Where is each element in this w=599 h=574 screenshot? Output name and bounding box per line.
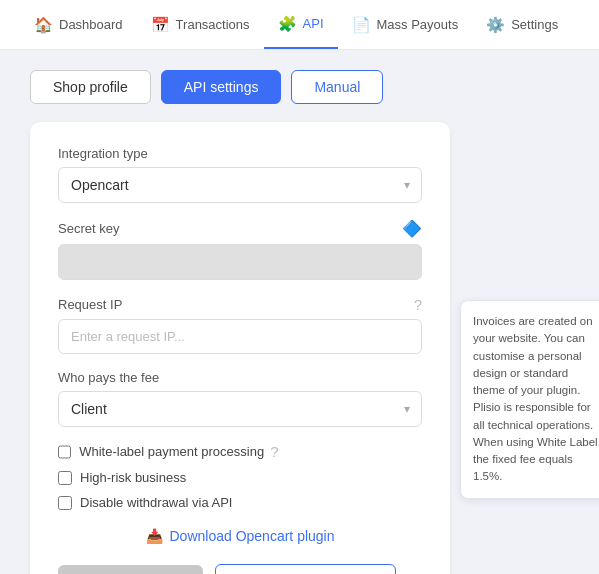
page-content: Shop profile API settings Manual Integra… xyxy=(0,50,599,574)
checkbox-white-label[interactable] xyxy=(58,445,71,459)
integration-type-select[interactable]: Opencart xyxy=(58,167,422,203)
who-pays-label: Who pays the fee xyxy=(58,370,422,385)
checkbox-disable-withdrawal-text: Disable withdrawal via API xyxy=(80,495,232,510)
calendar-icon: 📅 xyxy=(151,16,170,34)
home-icon: 🏠 xyxy=(34,16,53,34)
gear-icon: ⚙️ xyxy=(486,16,505,34)
secret-key-group: Secret key 🔷 xyxy=(58,219,422,280)
secret-key-label: Secret key xyxy=(58,221,119,236)
nav-mass-payouts[interactable]: 📄 Mass Payouts xyxy=(338,0,473,49)
top-navigation: 🏠 Dashboard 📅 Transactions 🧩 API 📄 Mass … xyxy=(0,0,599,50)
who-pays-group: Who pays the fee Client ▾ xyxy=(58,370,422,427)
download-plugin-link[interactable]: 📥 Download Opencart plugin xyxy=(58,528,422,544)
tooltip-box: Invoices are created on your website. Yo… xyxy=(460,300,599,499)
document-icon: 📄 xyxy=(352,16,371,34)
checkbox-disable-withdrawal-row: Disable withdrawal via API xyxy=(58,495,422,510)
who-pays-select-wrapper: Client ▾ xyxy=(58,391,422,427)
nav-transactions[interactable]: 📅 Transactions xyxy=(137,0,264,49)
checkbox-disable-withdrawal[interactable] xyxy=(58,496,72,510)
puzzle-icon: 🧩 xyxy=(278,15,297,33)
checkbox-white-label-label-row: White-label payment processing ? xyxy=(79,443,422,460)
download-icon: 📥 xyxy=(146,528,163,544)
integration-type-group: Integration type Opencart ▾ xyxy=(58,146,422,203)
integration-type-select-wrapper: Opencart ▾ xyxy=(58,167,422,203)
card-outer: Integration type Opencart ▾ Secret key 🔷 xyxy=(30,122,450,574)
tab-api-settings[interactable]: API settings xyxy=(161,70,282,104)
checkbox-high-risk[interactable] xyxy=(58,471,72,485)
api-settings-card: Integration type Opencart ▾ Secret key 🔷 xyxy=(30,122,450,574)
tooltip-text: Invoices are created on your website. Yo… xyxy=(473,315,599,482)
tab-shop-profile[interactable]: Shop profile xyxy=(30,70,151,104)
checkbox-white-label-text: White-label payment processing xyxy=(79,444,264,459)
nav-dashboard[interactable]: 🏠 Dashboard xyxy=(20,0,137,49)
nav-settings[interactable]: ⚙️ Settings xyxy=(472,0,572,49)
request-ip-header: Request IP ? xyxy=(58,296,422,313)
secret-key-masked xyxy=(58,244,422,280)
save-changes-button[interactable]: Save changes xyxy=(58,565,203,574)
nav-api[interactable]: 🧩 API xyxy=(264,0,338,49)
tab-row: Shop profile API settings Manual xyxy=(30,70,569,104)
tab-manual[interactable]: Manual xyxy=(291,70,383,104)
request-ip-input[interactable] xyxy=(58,319,422,354)
request-ip-group: Request IP ? xyxy=(58,296,422,354)
checkbox-high-risk-row: High-risk business xyxy=(58,470,422,485)
copy-icon[interactable]: 🔷 xyxy=(402,219,422,238)
integration-type-label: Integration type xyxy=(58,146,422,161)
help-icon[interactable]: ? xyxy=(414,296,422,313)
secret-key-header: Secret key 🔷 xyxy=(58,219,422,238)
who-pays-select[interactable]: Client xyxy=(58,391,422,427)
checkbox-high-risk-text: High-risk business xyxy=(80,470,186,485)
how-to-use-button[interactable]: 🧩 How to use plugin? xyxy=(215,564,396,574)
action-row: Save changes 🧩 How to use plugin? xyxy=(58,564,422,574)
help-icon-white-label[interactable]: ? xyxy=(270,443,278,460)
checkbox-white-label-row: White-label payment processing ? xyxy=(58,443,422,460)
download-link-text: Download Opencart plugin xyxy=(170,528,335,544)
request-ip-label: Request IP xyxy=(58,297,122,312)
